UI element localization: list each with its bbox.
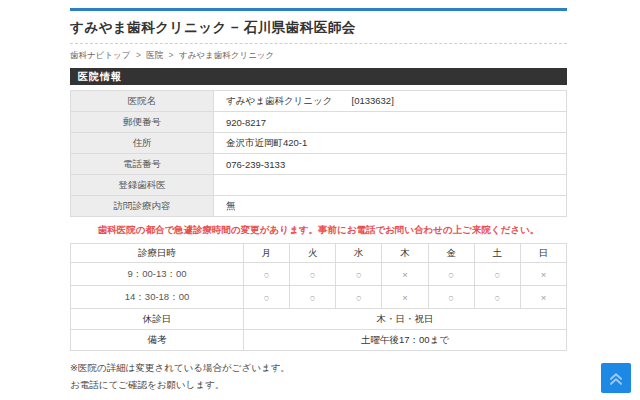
page-title: すみやま歯科クリニック − 石川県歯科医師会 [70,19,567,37]
table-row: 医院名 すみやま歯科クリニック [0133632] [71,91,567,112]
registered-dentist-value [214,175,567,196]
address-label: 住所 [71,133,214,154]
table-row: 郵便番号 920-8217 [71,112,567,133]
section-header-clinic-info: 医院情報 [70,68,567,85]
postal-code-label: 郵便番号 [71,112,214,133]
schedule-header-row: 診療日時 月 火 水 木 金 土 日 [71,244,567,263]
table-row: 電話番号 076-239-3133 [71,154,567,175]
clinic-name-label: 医院名 [71,91,214,112]
breadcrumb-separator: > [169,50,174,60]
remarks-row: 備考 土曜午後17：00まで [71,330,567,351]
schedule-mark: × [382,286,428,309]
footnote-line-1: ※医院の詳細は変更されている場合がございます。 [70,359,567,376]
day-header-fri: 金 [428,244,474,263]
schedule-mark: ○ [428,286,474,309]
schedule-morning-row: 9：00-13：00 ○ ○ ○ × ○ ○ × [71,263,567,286]
address-value: 金沢市近岡町420-1 [214,133,567,154]
schedule-mark: × [382,263,428,286]
footnotes: ※医院の詳細は変更されている場合がございます。 お電話にてご確認をお願いします。 [70,359,567,393]
schedule-corner-label: 診療日時 [71,244,244,263]
schedule-afternoon-row: 14：30-18：00 ○ ○ ○ × ○ ○ × [71,286,567,309]
schedule-mark: ○ [474,263,520,286]
clinic-info-table: 医院名 すみやま歯科クリニック [0133632] 郵便番号 920-8217 … [70,90,567,217]
footnote-line-2: お電話にてご確認をお願いします。 [70,376,567,393]
visit-care-value: 無 [214,196,567,217]
table-row: 住所 金沢市近岡町420-1 [71,133,567,154]
schedule-mark: ○ [244,263,290,286]
afternoon-time-label: 14：30-18：00 [71,286,244,309]
day-header-thu: 木 [382,244,428,263]
postal-code-value: 920-8217 [214,112,567,133]
morning-time-label: 9：00-13：00 [71,263,244,286]
day-header-wed: 水 [336,244,382,263]
phone-label: 電話番号 [71,154,214,175]
breadcrumb-link-clinics[interactable]: 医院 [146,50,163,60]
title-divider [70,43,567,44]
schedule-mark: ○ [336,263,382,286]
chevron-double-up-icon [606,368,626,388]
day-header-sun: 日 [520,244,566,263]
schedule-mark: ○ [336,286,382,309]
schedule-mark: ○ [244,286,290,309]
table-row: 訪問診療内容 無 [71,196,567,217]
phone-value: 076-239-3133 [214,154,567,175]
clinic-name-value: すみやま歯科クリニック [0133632] [214,91,567,112]
schedule-mark: × [520,286,566,309]
remarks-label: 備考 [71,330,244,351]
remarks-value: 土曜午後17：00まで [244,330,567,351]
schedule-table: 診療日時 月 火 水 木 金 土 日 9：00-13：00 ○ ○ ○ × ○ … [70,243,567,351]
closed-days-value: 木・日・祝日 [244,309,567,330]
schedule-mark: ○ [290,263,336,286]
page-content: すみやま歯科クリニック − 石川県歯科医師会 歯科ナビトップ > 医院 > すみ… [70,8,567,400]
day-header-mon: 月 [244,244,290,263]
registered-dentist-label: 登録歯科医 [71,175,214,196]
scroll-to-top-button[interactable] [601,363,631,393]
breadcrumb-link-home[interactable]: 歯科ナビトップ [70,50,131,60]
schedule-mark: ○ [428,263,474,286]
schedule-mark: ○ [474,286,520,309]
breadcrumb-separator: > [136,50,141,60]
breadcrumb-current: すみやま歯科クリニック [179,50,274,60]
closed-days-row: 休診日 木・日・祝日 [71,309,567,330]
day-header-sat: 土 [474,244,520,263]
visit-care-label: 訪問診療内容 [71,196,214,217]
breadcrumb: 歯科ナビトップ > 医院 > すみやま歯科クリニック [70,50,567,62]
day-header-tue: 火 [290,244,336,263]
schedule-mark: × [520,263,566,286]
schedule-change-notice: 歯科医院の都合で急遽診療時間の変更があります。事前にお電話でお問い合わせの上ご来… [70,224,567,237]
closed-days-label: 休診日 [71,309,244,330]
table-row: 登録歯科医 [71,175,567,196]
schedule-mark: ○ [290,286,336,309]
